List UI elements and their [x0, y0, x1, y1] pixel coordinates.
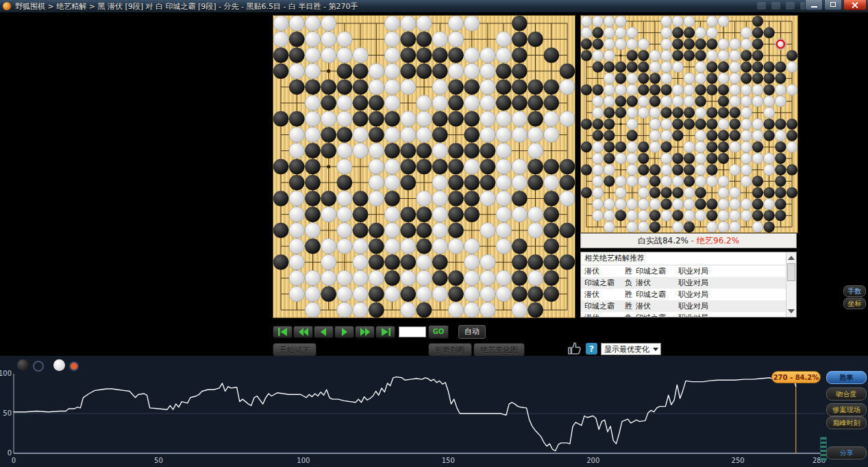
player2-cell: 印城之霸	[636, 289, 666, 300]
recommend-table-header: 相关绝艺精解推荐	[581, 252, 796, 265]
game-type-cell: 职业对局	[678, 265, 708, 277]
player1-cell: 印城之霸	[584, 277, 615, 289]
app-logo-icon	[3, 2, 11, 10]
table-row[interactable]: 印城之霸 胜 潜伏 职业对局	[581, 300, 796, 312]
maximize-button[interactable]	[824, 0, 842, 10]
player2-cell: 潜伏	[636, 300, 651, 312]
table-row[interactable]: 潜伏 胜 印城之霸 职业对局	[581, 265, 796, 277]
player2-cell: 印城之霸	[636, 312, 666, 318]
coordinates-button[interactable]: 坐标	[843, 298, 866, 309]
winrate-chart[interactable]: 050100050100150200250280	[0, 356, 868, 467]
game-type-cell: 职业对局	[678, 300, 708, 312]
position-judge-button[interactable]: 形势判断	[428, 343, 472, 357]
fast-prev-icon	[298, 327, 309, 337]
player1-cell: 潜伏	[584, 289, 599, 300]
white-stone-indicator[interactable]	[53, 359, 65, 371]
next-icon	[339, 327, 350, 337]
player2-cell: 潜伏	[636, 277, 651, 289]
minimize-icon	[811, 6, 817, 8]
player1-cell: 印城之霸	[584, 300, 615, 312]
fast-next-icon	[360, 327, 371, 337]
black-stone-indicator[interactable]	[17, 359, 29, 371]
fast-prev-button[interactable]	[293, 326, 313, 338]
window-title: 野狐围棋 > 绝艺精解 > 黑 潜伏 [9段] 对 白 印城之霸 [9段] - …	[15, 1, 358, 12]
ai-variation-button[interactable]: 绝艺变化图	[473, 343, 525, 357]
move-numbers-button[interactable]: 手数	[843, 285, 866, 297]
winrate-info-bar: 白实战84.2% - 绝艺96.2%	[580, 233, 797, 248]
title-bar-tools	[757, 2, 809, 10]
recommend-table-body: 潜伏 胜 印城之霸 职业对局印城之霸 负 潜伏 职业对局潜伏 胜 印城之霸 职业…	[581, 265, 796, 318]
variation-display-dropdown[interactable]: 显示最优变化	[601, 343, 661, 355]
ai-winrate-label: 绝艺96.2%	[697, 235, 739, 247]
actual-winrate-label: 白实战84.2%	[638, 235, 689, 247]
go-button[interactable]: GO	[428, 325, 449, 339]
mini-scrollbar[interactable]	[820, 437, 827, 461]
recommend-table: 相关绝艺精解推荐 潜伏 胜 印城之霸 职业对局印城之霸 负 潜伏 职业对局潜伏 …	[580, 252, 797, 318]
go-last-icon	[380, 327, 391, 337]
svg-text:100: 100	[297, 457, 310, 464]
result-cell: 胜	[625, 289, 632, 300]
go-first-button[interactable]	[273, 326, 293, 338]
game-type-cell: 职业对局	[678, 312, 708, 318]
svg-text:0: 0	[12, 457, 16, 464]
title-tool-icon[interactable]	[757, 2, 766, 10]
move-number-input[interactable]	[399, 326, 426, 337]
maximize-icon	[830, 2, 836, 7]
chart-mode-1-button[interactable]: 胜率	[826, 371, 867, 384]
svg-text:50: 50	[154, 457, 163, 464]
scrollbar-thumb[interactable]	[787, 263, 795, 281]
go-last-button[interactable]	[375, 326, 395, 338]
title-bar: 野狐围棋 > 绝艺精解 > 黑 潜伏 [9段] 对 白 印城之霸 [9段] - …	[0, 0, 868, 12]
chart-mode-4-button[interactable]: 巅峰时刻	[826, 416, 867, 429]
next-button[interactable]	[334, 326, 354, 338]
player1-cell: 潜伏	[584, 312, 599, 318]
player1-cell: 潜伏	[584, 265, 599, 277]
svg-text:200: 200	[586, 457, 599, 464]
dropdown-value: 显示最优变化	[604, 344, 649, 355]
white-radio-selected[interactable]	[69, 361, 79, 371]
move-navigation: GO 自动	[273, 325, 486, 338]
winrate-chart-panel: 050100050100150200250280 270 - 84.2% 胜率吻…	[0, 356, 868, 467]
close-button[interactable]	[843, 0, 867, 10]
chevron-down-icon	[653, 348, 658, 351]
game-type-cell: 职业对局	[678, 289, 708, 300]
window-controls	[804, 0, 867, 10]
go-first-icon	[277, 327, 288, 337]
table-row[interactable]: 潜伏 负 印城之霸 职业对局	[581, 312, 796, 318]
title-tool-icon[interactable]	[771, 2, 780, 10]
svg-text:150: 150	[442, 457, 455, 464]
table-row[interactable]: 印城之霸 负 潜伏 职业对局	[581, 277, 796, 289]
svg-text:50: 50	[3, 409, 12, 417]
fast-next-button[interactable]	[355, 326, 375, 338]
result-cell: 胜	[625, 265, 632, 277]
table-row[interactable]: 潜伏 胜 印城之霸 职业对局	[581, 289, 796, 300]
black-radio-unselected[interactable]	[33, 361, 44, 372]
nav-buttons	[273, 326, 396, 338]
result-cell: 负	[625, 312, 632, 318]
game-type-cell: 职业对局	[678, 277, 708, 289]
start-trial-button[interactable]: 开始试下	[273, 343, 317, 357]
result-cell: 胜	[625, 300, 632, 312]
chart-mode-2-button[interactable]: 吻合度	[826, 387, 867, 400]
svg-text:0: 0	[8, 449, 12, 457]
minimize-button[interactable]	[805, 0, 823, 10]
prev-button[interactable]	[314, 326, 334, 338]
svg-text:100: 100	[0, 370, 12, 377]
chart-mode-3-button[interactable]: 惨案现场	[826, 403, 867, 416]
table-scrollbar[interactable]	[786, 252, 796, 317]
scroll-down-icon[interactable]	[788, 309, 795, 313]
result-cell: 负	[625, 277, 632, 289]
svg-text:250: 250	[732, 457, 745, 464]
auto-play-button[interactable]: 自动	[458, 325, 486, 339]
app-window: 野狐围棋 > 绝艺精解 > 黑 潜伏 [9段] 对 白 印城之霸 [9段] - …	[0, 0, 868, 467]
help-icon[interactable]: ?	[586, 343, 597, 355]
prev-icon	[319, 327, 330, 337]
title-tool-icon[interactable]	[786, 2, 795, 10]
share-button[interactable]: 分享	[826, 446, 867, 459]
main-go-board[interactable]	[273, 15, 575, 318]
thumbs-up-icon[interactable]	[567, 342, 582, 355]
scroll-up-icon[interactable]	[788, 256, 795, 260]
variation-go-board[interactable]	[580, 15, 798, 233]
move-winrate-tooltip: 270 - 84.2%	[771, 371, 821, 383]
player2-cell: 印城之霸	[636, 265, 666, 277]
